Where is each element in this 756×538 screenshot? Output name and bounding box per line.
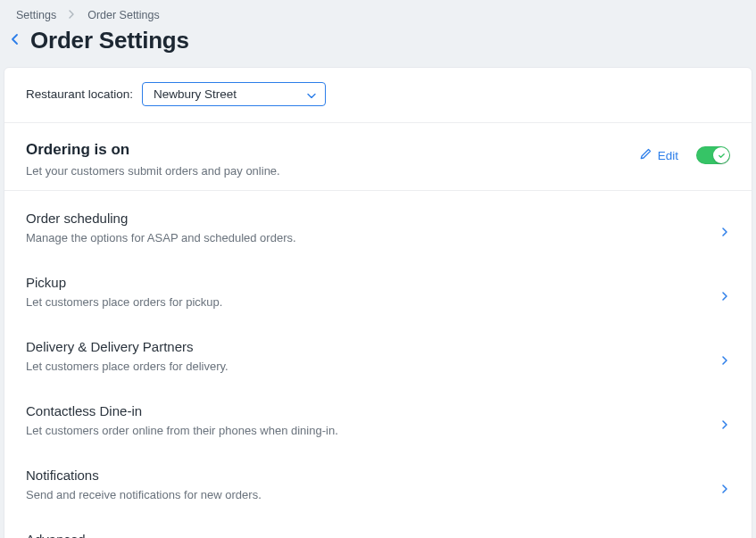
breadcrumb-root[interactable]: Settings (16, 9, 56, 21)
setting-text: Order scheduling Manage the options for … (26, 211, 296, 255)
ordering-subtitle: Let your customers submit orders and pay… (26, 164, 280, 178)
setting-text: Pickup Let customers place orders for pi… (26, 275, 222, 319)
chevron-right-icon (721, 225, 730, 241)
setting-subtitle: Send and receive notifications for new o… (26, 488, 262, 512)
setting-row-contactless-dinein[interactable]: Contactless Dine-in Let customers order … (26, 387, 730, 451)
toggle-knob (713, 147, 729, 163)
setting-subtitle: Let customers place orders for delivery. (26, 360, 228, 384)
location-row: Restaurant location: Newbury Street (4, 68, 752, 123)
edit-label: Edit (658, 149, 678, 162)
breadcrumb: Settings Order Settings (0, 0, 756, 25)
chevron-right-icon (69, 9, 75, 21)
setting-text: Advanced Set up additional options such … (26, 532, 445, 538)
setting-text: Contactless Dine-in Let customers order … (26, 403, 338, 448)
setting-row-delivery[interactable]: Delivery & Delivery Partners Let custome… (26, 323, 730, 387)
title-row: Order Settings (0, 25, 756, 67)
pencil-icon (639, 147, 652, 163)
setting-title: Delivery & Delivery Partners (26, 339, 228, 354)
setting-title: Order scheduling (26, 211, 296, 226)
settings-list: Order scheduling Manage the options for … (4, 191, 752, 538)
ordering-actions: Edit (639, 141, 730, 164)
setting-subtitle: Let customers order online from their ph… (26, 424, 338, 448)
chevron-down-icon (307, 87, 316, 101)
setting-row-advanced[interactable]: Advanced Set up additional options such … (26, 516, 730, 538)
back-arrow-icon[interactable] (5, 33, 21, 49)
setting-title: Pickup (26, 275, 222, 290)
setting-subtitle: Let customers place orders for pickup. (26, 295, 222, 319)
setting-row-order-scheduling[interactable]: Order scheduling Manage the options for … (26, 195, 730, 259)
ordering-header: Ordering is on Let your customers submit… (4, 123, 752, 191)
ordering-toggle[interactable] (696, 146, 730, 164)
setting-subtitle: Manage the options for ASAP and schedule… (26, 231, 296, 255)
location-label: Restaurant location: (26, 87, 133, 101)
ordering-text: Ordering is on Let your customers submit… (26, 141, 280, 178)
chevron-right-icon (721, 289, 730, 305)
location-select[interactable]: Newbury Street (142, 82, 326, 106)
ordering-title: Ordering is on (26, 141, 280, 159)
setting-text: Notifications Send and receive notificat… (26, 468, 262, 512)
chevron-right-icon (721, 353, 730, 369)
settings-card: Restaurant location: Newbury Street Orde… (4, 67, 752, 538)
location-selected-value: Newbury Street (154, 87, 237, 101)
setting-title: Advanced (26, 532, 445, 538)
chevron-right-icon (721, 482, 730, 498)
page-title: Order Settings (30, 27, 189, 54)
edit-button[interactable]: Edit (639, 147, 678, 163)
setting-title: Contactless Dine-in (26, 403, 338, 418)
chevron-right-icon (721, 418, 730, 434)
setting-row-notifications[interactable]: Notifications Send and receive notificat… (26, 451, 730, 516)
setting-text: Delivery & Delivery Partners Let custome… (26, 339, 228, 384)
breadcrumb-current: Order Settings (87, 9, 160, 21)
setting-title: Notifications (26, 468, 262, 483)
setting-row-pickup[interactable]: Pickup Let customers place orders for pi… (26, 259, 730, 323)
